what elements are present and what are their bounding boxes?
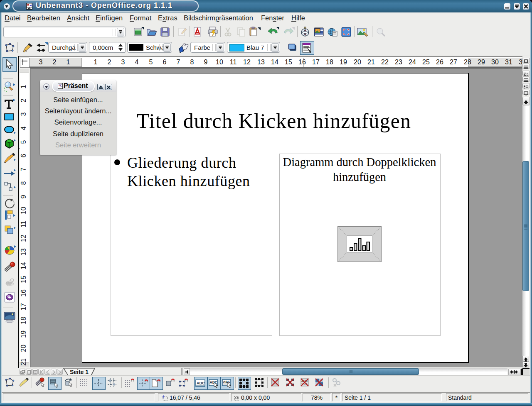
svg-text:ABC: ABC [210,380,217,384]
svg-text:ABC: ABC [197,381,205,385]
svg-text:ABC: ABC [223,380,231,384]
